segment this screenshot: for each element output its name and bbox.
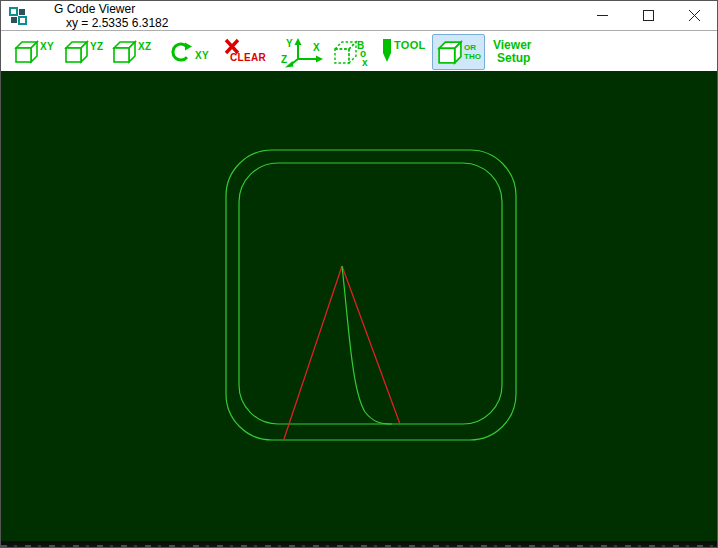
toolbar-button-viewer-setup[interactable]: Viewer Setup: [493, 39, 531, 65]
xyz-axes-icon: Y X Z: [281, 36, 325, 68]
cube-icon: [13, 40, 39, 64]
button-label: XZ: [138, 42, 151, 52]
axis-label-z: Z: [281, 54, 287, 65]
toolpath-svg: [1, 71, 717, 541]
minimize-button[interactable]: [579, 1, 625, 30]
minimize-icon: [597, 10, 608, 21]
toolbar-button-rotate-xy[interactable]: XY: [169, 40, 209, 64]
gcode-viewer-window: G Code Viewer xy = 2.5335 6.3182: [0, 0, 718, 548]
button-label: XY: [195, 51, 209, 61]
toolbar: XY YZ XZ XY CLEAR: [1, 31, 717, 71]
window-controls: [579, 1, 717, 30]
app-icon: [9, 7, 27, 25]
toolbar-button-clear[interactable]: CLEAR: [223, 38, 266, 63]
ortho-label-bottom: THO: [464, 52, 481, 61]
ortho-selected-state: OR THO: [432, 34, 485, 70]
button-label: YZ: [90, 42, 103, 52]
toolbar-button-view-yz[interactable]: YZ: [63, 40, 103, 64]
close-icon: [689, 10, 700, 21]
box-letter-x: x: [362, 57, 368, 68]
toolbar-button-axes[interactable]: Y X Z: [281, 36, 325, 68]
rotate-icon: [169, 40, 193, 64]
app-name: G Code Viewer: [54, 2, 135, 16]
viewer-setup-line2: Setup: [497, 52, 530, 65]
maximize-icon: [643, 10, 654, 21]
toolbar-button-view-xz[interactable]: XZ: [111, 40, 151, 64]
cube-icon: [63, 40, 89, 64]
axis-label-y: Y: [286, 38, 293, 49]
toolbar-button-ortho[interactable]: OR THO: [432, 34, 485, 70]
axis-label-x: X: [313, 42, 320, 53]
maximize-button[interactable]: [625, 1, 671, 30]
coordinate-readout: xy = 2.5335 6.3182: [66, 16, 168, 30]
toolbar-button-bounding-box[interactable]: B o x: [331, 38, 369, 68]
button-label: XY: [40, 42, 54, 52]
toolbar-button-tool[interactable]: TOOL: [381, 38, 426, 64]
cube-icon: [436, 40, 463, 65]
toolbar-button-view-xy[interactable]: XY: [13, 40, 54, 64]
dashed-box-icon: B o x: [331, 38, 369, 68]
button-label: TOOL: [394, 40, 426, 50]
viewport-canvas[interactable]: [1, 71, 717, 541]
button-label: CLEAR: [230, 53, 266, 63]
tool-icon: [381, 38, 393, 64]
ortho-label-top: OR: [464, 43, 481, 52]
titlebar: G Code Viewer xy = 2.5335 6.3182: [1, 1, 717, 31]
close-button[interactable]: [671, 1, 717, 30]
bottom-window-edge: [1, 541, 717, 547]
cube-icon: [111, 40, 137, 64]
